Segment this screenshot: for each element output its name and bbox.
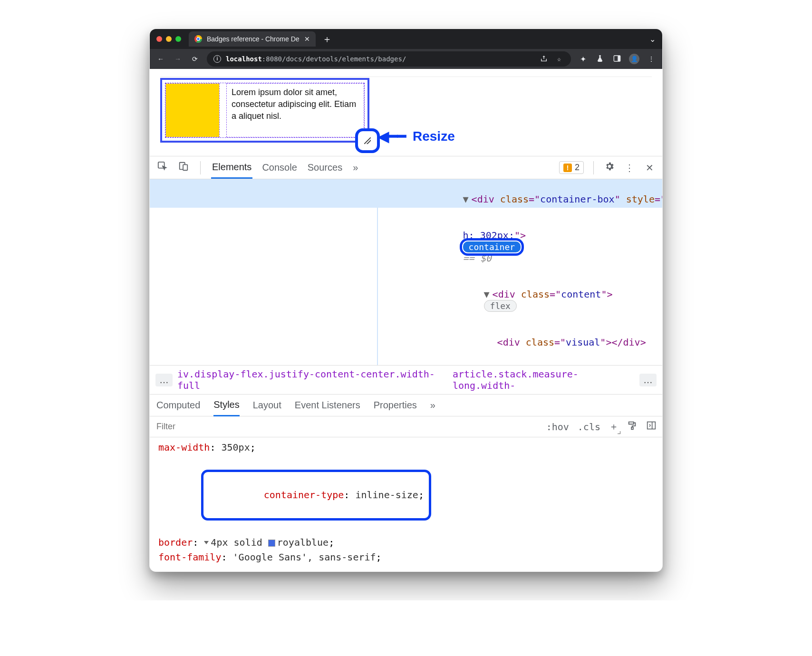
crumb-item[interactable]: iv.display-flex.justify-content-center.w… [177,368,448,391]
visual-box [166,84,219,137]
new-tab-button[interactable]: ＋ [320,32,334,46]
star-icon[interactable]: ☆ [554,55,564,63]
tab-sources[interactable]: Sources [307,157,343,178]
labs-icon[interactable] [595,54,605,64]
chrome-favicon-icon [194,35,202,43]
tab-console[interactable]: Console [261,157,298,178]
reload-button[interactable]: ⟳ [190,55,200,63]
profile-avatar[interactable]: 👤 [629,54,639,64]
arrow-left-icon: ◀━━ [378,128,406,145]
hov-toggle[interactable]: :hov [546,421,569,433]
resize-handle-icon[interactable] [364,137,371,144]
styles-filter-input[interactable] [155,421,540,432]
expand-shorthand-icon[interactable] [204,541,209,544]
site-info-icon[interactable]: i [213,55,221,63]
back-button[interactable]: ← [155,55,166,63]
styles-pane-tabs: Computed Styles Layout Event Listeners P… [150,395,662,416]
annotation-resize: ◀━━ Resize [378,128,455,145]
devtools-toolbar: Elements Console Sources » ! 2 ⋮ ✕ [150,156,662,179]
svg-rect-1 [618,56,620,61]
zoom-window-icon[interactable] [175,36,181,42]
separator [593,161,594,174]
browser-tab[interactable]: Badges reference - Chrome De ✕ [189,31,316,47]
tab-properties[interactable]: Properties [374,395,417,415]
tab-elements[interactable]: Elements [211,157,252,179]
close-tab-icon[interactable]: ✕ [304,35,310,43]
extensions-icon[interactable]: ✦ [578,55,588,64]
issues-badge[interactable]: ! 2 [559,161,584,174]
forward-button[interactable]: → [173,55,183,63]
side-panel-icon[interactable] [612,55,622,64]
tab-title: Badges reference - Chrome De [207,35,300,43]
resize-handle-highlight [355,128,380,153]
container-badge[interactable]: container [463,241,521,252]
breadcrumb[interactable]: … iv.display-flex.justify-content-center… [150,366,662,395]
container-box[interactable]: Lorem ipsum dolor sit amet, consectetur … [160,78,369,143]
warning-icon: ! [563,164,572,172]
cls-toggle[interactable]: .cls [578,421,600,433]
disclosure-triangle-icon[interactable]: ▼ [484,289,493,300]
dom-tree: ⋯ ▼<div class="container-box" style="wid… [150,179,662,366]
svg-rect-4 [183,164,187,170]
paint-format-icon[interactable] [627,420,638,433]
devtools: Elements Console Sources » ! 2 ⋮ ✕ [150,156,662,571]
crumb-overflow-left[interactable]: … [155,374,173,386]
dom-source[interactable]: ▼<div class="container-box" style="widt … [378,179,663,365]
share-icon[interactable] [539,55,549,64]
tabstrip: Badges reference - Chrome De ✕ ＋ ⌄ [150,29,662,49]
style-rules[interactable]: max-width: 350px; container-type: inline… [150,437,662,571]
settings-icon[interactable] [603,161,616,174]
css-declaration[interactable]: max-width: 350px; [158,440,654,455]
inspect-element-icon[interactable] [156,161,169,174]
tab-computed[interactable]: Computed [156,395,200,415]
annotation-label: Resize [413,129,455,144]
css-declaration[interactable]: border: 4px solid royalblue; [158,535,654,550]
kebab-menu-icon[interactable]: ⋮ [623,162,636,174]
text-box: Lorem ipsum dolor sit amet, consectetur … [227,84,364,137]
svg-rect-6 [648,422,656,429]
new-style-rule-icon[interactable]: ＋ [609,420,619,433]
crumb-overflow-right[interactable]: … [639,374,657,386]
toolbar: ← → ⟳ i localhost:8080/docs/devtools/ele… [150,49,662,69]
flex-badge[interactable]: flex [484,300,517,312]
url-text: localhost:8080/docs/devtools/elements/ba… [226,55,406,63]
disclosure-triangle-icon[interactable]: ▼ [463,193,472,205]
css-declaration[interactable]: font-family: 'Google Sans', sans-serif; [158,550,654,565]
menu-icon[interactable]: ⋮ [646,55,657,63]
window-controls [156,36,181,42]
tab-styles[interactable]: Styles [213,395,239,416]
tab-overflow-icon[interactable]: ⌄ [649,35,656,44]
crumb-item[interactable]: article.stack.measure-long.width- [453,368,635,391]
issues-count: 2 [575,163,580,173]
device-toolbar-icon[interactable] [177,161,190,174]
tab-layout[interactable]: Layout [253,395,281,415]
tab-more[interactable]: » [430,395,435,415]
separator [200,161,201,174]
tab-event-listeners[interactable]: Event Listeners [295,395,360,415]
close-devtools-icon[interactable]: ✕ [643,162,656,174]
close-window-icon[interactable] [156,36,162,42]
page-viewport: Lorem ipsum dolor sit amet, consectetur … [150,69,662,156]
toggle-sidebar-icon[interactable] [646,421,657,433]
omnibox[interactable]: i localhost:8080/docs/devtools/elements/… [207,51,571,67]
tab-more[interactable]: » [352,157,359,178]
styles-filter-row: :hov .cls ＋ [150,416,662,437]
browser-window: Badges reference - Chrome De ✕ ＋ ⌄ ← → ⟳… [149,29,663,572]
dom-selected-marker: == $0 [463,252,492,264]
css-declaration-highlight[interactable]: container-type: inline-size; [158,455,654,535]
color-swatch-icon[interactable] [268,540,275,547]
svg-rect-5 [631,427,633,430]
minimize-window-icon[interactable] [166,36,172,42]
